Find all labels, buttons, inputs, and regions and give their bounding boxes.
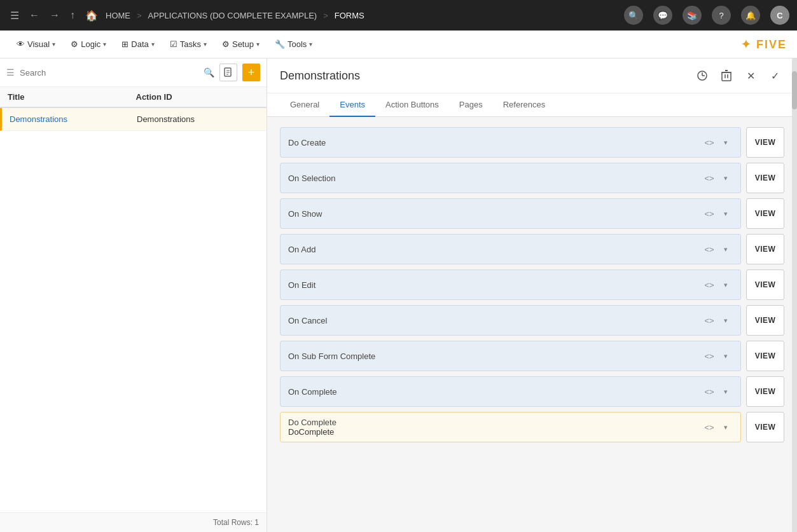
scrollbar-track[interactable]	[792, 58, 797, 532]
nav-logic[interactable]: ⚙ Logic ▾	[64, 36, 113, 53]
code-icon-onComplete[interactable]: <>	[702, 385, 716, 399]
filter-icon[interactable]: ☰	[6, 67, 15, 78]
bell-circle-icon[interactable]: 🔔	[741, 6, 760, 25]
event-field-onSubFormComplete[interactable]: On Sub Form Complete <> ▾	[280, 341, 741, 371]
right-panel: Demonstrations	[267, 58, 797, 532]
right-header: Demonstrations	[267, 58, 797, 93]
expand-icon-onShow[interactable]: ▾	[719, 207, 733, 221]
tab-action-buttons[interactable]: Action Buttons	[375, 93, 449, 117]
code-icon-onEdit[interactable]: <>	[702, 278, 716, 292]
top-right-icons: 🔍 💬 📚 ? 🔔 C	[624, 6, 789, 25]
code-icon-onSelection[interactable]: <>	[702, 171, 716, 185]
home-icon[interactable]: 🏠	[83, 7, 100, 24]
user-avatar[interactable]: C	[770, 6, 789, 25]
view-button-onSubFormComplete[interactable]: VIEW	[746, 341, 784, 371]
table-body: Demonstrations Demonstrations	[0, 108, 267, 512]
expand-icon-onEdit[interactable]: ▾	[719, 278, 733, 292]
up-icon[interactable]: ↑	[67, 7, 78, 24]
view-button-onSelection[interactable]: VIEW	[746, 163, 784, 193]
expand-icon-onComplete[interactable]: ▾	[719, 385, 733, 399]
table-row[interactable]: Demonstrations Demonstrations	[0, 108, 267, 131]
field-icons-onSubFormComplete: <> ▾	[702, 349, 733, 363]
close-icon[interactable]: ✕	[741, 66, 760, 85]
nav-tools[interactable]: 🔧 Tools ▾	[268, 36, 319, 53]
tasks-icon: ☑	[170, 39, 177, 49]
secondary-navigation: 👁 Visual ▾ ⚙ Logic ▾ ⊞ Data ▾ ☑ Tasks ▾ …	[0, 31, 797, 58]
logo: ✦ FIVE	[741, 38, 787, 51]
refresh-icon[interactable]	[693, 66, 712, 85]
search-input[interactable]	[20, 68, 198, 78]
tab-general[interactable]: General	[280, 93, 329, 117]
chat-circle-icon[interactable]: 💬	[653, 6, 672, 25]
left-footer: Total Rows: 1	[0, 512, 267, 532]
nav-tasks[interactable]: ☑ Tasks ▾	[163, 36, 213, 53]
expand-icon-doComplete[interactable]: ▾	[719, 420, 733, 434]
help-circle-icon[interactable]: ?	[712, 6, 731, 25]
event-field-onAdd[interactable]: On Add <> ▾	[280, 234, 741, 264]
breadcrumb-current[interactable]: FORMS	[335, 11, 364, 20]
event-field-onSelection[interactable]: On Selection <> ▾	[280, 163, 741, 193]
tabs-bar: General Events Action Buttons Pages Refe…	[267, 93, 797, 117]
document-icon[interactable]	[219, 64, 237, 81]
event-label-onSubFormComplete: On Sub Form Complete	[288, 351, 702, 361]
view-button-onCancel[interactable]: VIEW	[746, 305, 784, 336]
nav-tools-label: Tools	[288, 39, 307, 49]
code-icon-doCreate[interactable]: <>	[702, 135, 716, 149]
field-icons-onEdit: <> ▾	[702, 278, 733, 292]
menu-icon[interactable]: ☰	[8, 7, 22, 24]
back-icon[interactable]: ←	[27, 7, 42, 24]
event-row-onShow: On Show <> ▾ VIEW	[280, 198, 784, 229]
code-icon-doComplete[interactable]: <>	[702, 420, 716, 434]
view-button-onComplete[interactable]: VIEW	[746, 376, 784, 407]
nav-data[interactable]: ⊞ Data ▾	[115, 36, 160, 53]
tab-pages[interactable]: Pages	[449, 93, 493, 117]
nav-tasks-label: Tasks	[180, 39, 201, 49]
event-row-onCancel: On Cancel <> ▾ VIEW	[280, 305, 784, 336]
data-icon: ⊞	[121, 39, 128, 49]
view-button-onEdit[interactable]: VIEW	[746, 269, 784, 300]
expand-icon-onSelection[interactable]: ▾	[719, 171, 733, 185]
tasks-caret: ▾	[204, 41, 207, 48]
expand-icon-doCreate[interactable]: ▾	[719, 135, 733, 149]
left-panel: ☰ 🔍 + Title Action ID Demonstrations Dem…	[0, 58, 267, 532]
event-row-onSubFormComplete: On Sub Form Complete <> ▾ VIEW	[280, 341, 784, 371]
search-icon[interactable]: 🔍	[204, 67, 214, 78]
add-button[interactable]: +	[242, 64, 260, 81]
scrollbar-thumb[interactable]	[792, 71, 797, 109]
field-icons-onSelection: <> ▾	[702, 171, 733, 185]
delete-icon[interactable]	[717, 66, 736, 85]
event-field-doComplete[interactable]: Do Complete DoComplete <> ▾	[280, 412, 741, 442]
expand-icon-onAdd[interactable]: ▾	[719, 242, 733, 256]
tab-references[interactable]: References	[493, 93, 555, 117]
event-field-onEdit[interactable]: On Edit <> ▾	[280, 269, 741, 300]
breadcrumb-home[interactable]: HOME	[106, 11, 130, 20]
expand-icon-onSubFormComplete[interactable]: ▾	[719, 349, 733, 363]
view-button-doCreate[interactable]: VIEW	[746, 127, 784, 158]
expand-icon-onCancel[interactable]: ▾	[719, 313, 733, 327]
code-icon-onAdd[interactable]: <>	[702, 242, 716, 256]
col-action-header: Action ID	[131, 92, 260, 102]
field-icons-onComplete: <> ▾	[702, 385, 733, 399]
code-icon-onShow[interactable]: <>	[702, 207, 716, 221]
row-action-id: Demonstrations	[132, 114, 259, 124]
tab-events[interactable]: Events	[329, 93, 375, 117]
confirm-icon[interactable]: ✓	[765, 66, 784, 85]
event-field-doCreate[interactable]: Do Create <> ▾	[280, 127, 741, 158]
event-field-onShow[interactable]: On Show <> ▾	[280, 198, 741, 229]
event-label-doCreate: Do Create	[288, 138, 702, 147]
event-field-onComplete[interactable]: On Complete <> ▾	[280, 376, 741, 407]
search-circle-icon[interactable]: 🔍	[624, 6, 643, 25]
event-field-onCancel[interactable]: On Cancel <> ▾	[280, 305, 741, 336]
view-button-onShow[interactable]: VIEW	[746, 198, 784, 229]
view-button-doComplete[interactable]: VIEW	[746, 412, 784, 442]
code-icon-onCancel[interactable]: <>	[702, 313, 716, 327]
forward-icon[interactable]: →	[47, 7, 62, 24]
breadcrumb-app[interactable]: APPLICATIONS (DO COMPLETE EXAMPLE)	[148, 11, 317, 20]
books-circle-icon[interactable]: 📚	[683, 6, 702, 25]
right-panel-wrapper: Demonstrations	[267, 58, 797, 532]
field-icons-doComplete: <> ▾	[702, 420, 733, 434]
view-button-onAdd[interactable]: VIEW	[746, 234, 784, 264]
nav-visual[interactable]: 👁 Visual ▾	[10, 36, 62, 53]
nav-setup[interactable]: ⚙ Setup ▾	[216, 36, 266, 53]
code-icon-onSubFormComplete[interactable]: <>	[702, 349, 716, 363]
